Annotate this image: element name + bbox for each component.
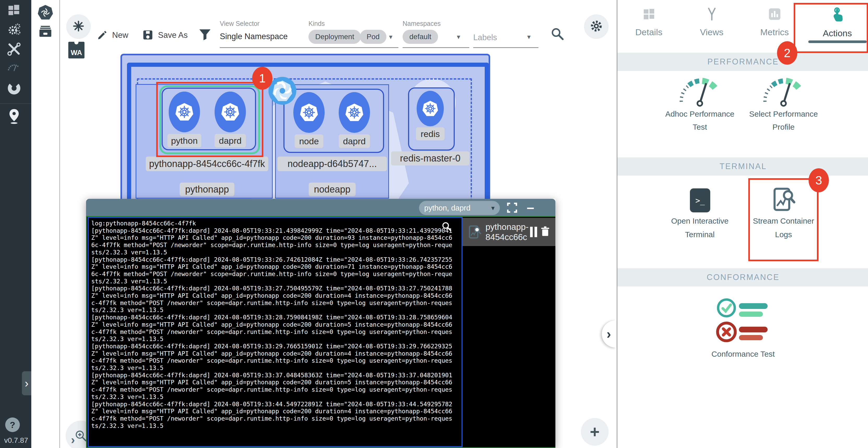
configuration-tools-icon[interactable] xyxy=(6,41,22,57)
kubernetes-icon xyxy=(344,102,365,123)
container-label-node: node xyxy=(294,135,323,148)
kanvas-pin-icon[interactable] xyxy=(6,109,22,124)
plus-icon xyxy=(590,422,599,442)
kind-chip-pod[interactable]: Pod xyxy=(360,30,386,44)
grid-icon xyxy=(642,7,656,23)
container-selector-value: python, daprd xyxy=(424,204,470,212)
tab-views-label: Views xyxy=(700,27,723,37)
namespaces-underline xyxy=(403,47,469,48)
labels-dropdown-arrow-icon[interactable] xyxy=(527,33,531,41)
app-rail: WA xyxy=(31,0,60,448)
container-label-redis: redis xyxy=(416,127,444,140)
section-performance-header: PERFORMANCE xyxy=(617,53,868,71)
lifecycle-gears-icon[interactable] xyxy=(6,22,22,37)
annotation-box-1 xyxy=(156,82,264,157)
group-label-pythonapp: pythonapp xyxy=(180,183,235,196)
fullscreen-icon[interactable] xyxy=(506,202,518,213)
trash-icon[interactable] xyxy=(539,226,551,238)
new-button-label: New xyxy=(112,31,128,40)
annotation-badge-3: 3 xyxy=(809,168,829,192)
select-performance-label-2: Profile xyxy=(739,123,828,131)
chevron-down-icon xyxy=(491,204,495,212)
log-lines: log:pythonapp-8454cc66c-4f7fk[pythonapp-… xyxy=(91,220,462,429)
kind-chip-deployment-label: Deployment xyxy=(315,33,354,41)
gear-icon xyxy=(589,19,603,34)
open-terminal-label-1: Open Interactive xyxy=(655,216,744,226)
namespace-chip-default-label: default xyxy=(409,33,431,41)
pattern-button[interactable] xyxy=(66,14,91,39)
log-terminal-panel: python, daprd log:pythonapp-8454cc66c-4f… xyxy=(86,199,555,448)
adhoc-performance-label-2: Test xyxy=(655,123,744,131)
patterns-pie-icon[interactable] xyxy=(6,80,22,96)
checklist-icon xyxy=(716,297,773,345)
open-terminal-label-2: Terminal xyxy=(655,230,744,239)
meshery-logo-icon[interactable] xyxy=(37,5,53,20)
add-node-button[interactable] xyxy=(581,418,609,446)
annotation-box-3 xyxy=(748,178,818,261)
select-performance-label-1: Select Performance xyxy=(739,110,828,118)
wasm-icon-notch xyxy=(74,40,79,44)
save-as-button[interactable]: Save As xyxy=(156,30,189,40)
stream-item-name: pythonapp- 8454cc66c xyxy=(486,222,529,242)
performance-gauge-icon[interactable] xyxy=(6,59,22,75)
pod-label-redis: redis-master-0 xyxy=(391,151,469,166)
conformance-test-label: Conformance Test xyxy=(699,350,787,359)
bar-chart-icon xyxy=(767,7,782,23)
stream-logs-icon xyxy=(467,225,482,239)
namespaces-dropdown-arrow-icon[interactable] xyxy=(457,33,460,41)
terminal-content: log:pythonapp-8454cc66c-4f7fk[pythonapp-… xyxy=(86,216,555,448)
labels-filter-input[interactable]: Labels xyxy=(473,33,497,42)
panel-collapse-button[interactable] xyxy=(602,321,616,348)
app-rail-expand-chevron[interactable] xyxy=(71,432,75,447)
save-as-button-label: Save As xyxy=(158,31,188,40)
log-output[interactable]: log:pythonapp-8454cc66c-4f7fk[pythonapp-… xyxy=(88,217,463,447)
terminal-header[interactable]: python, daprd xyxy=(86,199,555,216)
burst-icon xyxy=(72,20,85,33)
kind-chip-pod-label: Pod xyxy=(367,33,380,41)
container-daprd-2[interactable] xyxy=(339,92,370,133)
namespaces-label: Namespaces xyxy=(403,20,441,27)
container-redis[interactable] xyxy=(417,91,444,126)
stream-item-name-line1: pythonapp- xyxy=(486,222,529,232)
annotation-badge-2: 2 xyxy=(777,41,797,65)
kinds-dropdown-arrow-icon[interactable] xyxy=(389,33,393,41)
tab-details-label: Details xyxy=(636,27,662,37)
view-selector-value: Single Namespace xyxy=(220,32,288,41)
container-label-daprd2: daprd xyxy=(339,135,370,148)
help-icon[interactable] xyxy=(5,417,20,432)
funnel-icon[interactable] xyxy=(198,27,212,42)
namespace-chip-default[interactable]: default xyxy=(403,30,438,44)
terminal-sidebar: pythonapp- 8454cc66c xyxy=(463,217,555,447)
pod-label-nodeapp: nodeapp-d64b5747... xyxy=(277,156,387,171)
annotation-box-2 xyxy=(794,3,868,53)
kanvas-app: v0.7.87 WA xyxy=(0,0,868,448)
settings-button[interactable] xyxy=(584,14,609,39)
adhoc-performance-label-1: Adhoc Performance xyxy=(655,110,744,118)
group-label-nodeapp: nodeapp xyxy=(309,183,355,196)
chevron-right-icon xyxy=(607,326,611,342)
pencil-icon xyxy=(96,29,108,41)
container-selector-dropdown[interactable]: python, daprd xyxy=(419,201,500,215)
kubernetes-icon xyxy=(299,102,319,123)
log-search-cursor-icon xyxy=(441,220,453,233)
version-label: v0.7.87 xyxy=(4,436,28,445)
tab-details[interactable]: Details xyxy=(617,0,680,51)
catalog-drawer-icon[interactable] xyxy=(37,24,53,39)
kind-chip-deployment[interactable]: Deployment xyxy=(308,30,361,44)
pause-icon[interactable] xyxy=(530,227,537,237)
dashboard-icon[interactable] xyxy=(6,3,22,18)
save-icon xyxy=(142,29,154,41)
views-icon xyxy=(705,7,719,23)
rail-divider xyxy=(0,103,31,104)
minimize-icon[interactable] xyxy=(527,199,534,215)
kinds-label: Kinds xyxy=(308,20,325,27)
pod-label-pythonapp: pythonapp-8454cc66c-4f7fk xyxy=(146,156,268,171)
tab-views[interactable]: Views xyxy=(680,0,743,51)
rail-expand-button[interactable] xyxy=(22,371,31,395)
new-button[interactable]: New xyxy=(111,30,130,40)
container-node[interactable] xyxy=(293,92,324,133)
details-side-panel: Details Views Metrics xyxy=(617,0,868,448)
tab-metrics-label: Metrics xyxy=(760,27,789,37)
search-icon[interactable] xyxy=(550,26,565,42)
stream-list-item[interactable]: pythonapp- 8454cc66c xyxy=(463,218,555,246)
